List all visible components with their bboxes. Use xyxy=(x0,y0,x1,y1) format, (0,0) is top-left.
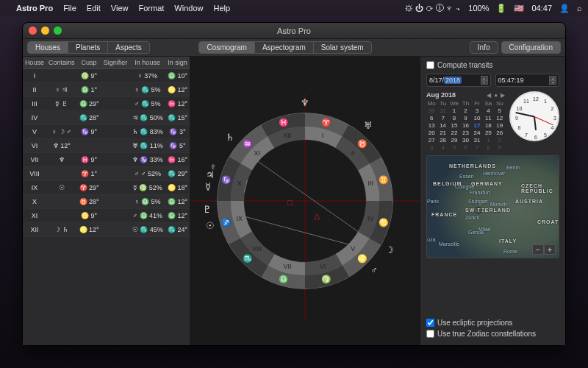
date-stepper[interactable]: ▴▾ xyxy=(481,76,488,85)
menu-format[interactable]: Format xyxy=(138,4,164,13)
calendar-day[interactable]: 1 xyxy=(483,137,493,144)
calendar-day[interactable]: 14 xyxy=(437,122,448,129)
calendar-day[interactable]: 17 xyxy=(472,122,482,129)
date-field[interactable]: 8/17/2018 ▴▾ xyxy=(426,74,491,87)
calendar-day[interactable]: 7 xyxy=(437,115,448,121)
compute-transits-row[interactable]: Compute transits xyxy=(426,61,559,69)
calendar-day[interactable]: 31 xyxy=(437,107,448,114)
table-row[interactable]: VII♆♓ 9°♆ ♑ 33%♓ 16° xyxy=(23,153,190,167)
col-header[interactable]: In sign xyxy=(165,57,190,69)
table-row[interactable]: VI♆ 12°♅ ♏ 11%♑ 5° xyxy=(23,139,190,153)
tab-aspects[interactable]: Aspects xyxy=(108,42,149,53)
calendar-day[interactable]: 30 xyxy=(460,137,470,144)
table-row[interactable]: XII☽ ♄♌ 12°☉ ♏ 45%♏ 24° xyxy=(23,223,190,237)
constellations-row[interactable]: Use true Zodiac constellations xyxy=(426,330,559,338)
calendar[interactable]: Aug 2018 ◀ ● ▶ MoTuWeThFrSaSu30311234567… xyxy=(426,91,505,151)
table-row[interactable]: XI♋ 9°♂ ♎ 41%♎ 12° xyxy=(23,209,190,223)
col-header[interactable]: Contains xyxy=(46,57,77,69)
table-row[interactable]: VIII♈ 1°♂ ♂ 52%♏ 29° xyxy=(23,167,190,181)
maximize-button[interactable] xyxy=(54,26,62,35)
calendar-day[interactable]: 3 xyxy=(426,144,437,151)
calendar-day[interactable]: 6 xyxy=(426,115,437,121)
col-header[interactable]: Cusp xyxy=(77,57,101,69)
calendar-day[interactable]: 2 xyxy=(460,107,470,114)
ecliptic-row[interactable]: Use ecliptic projections xyxy=(426,319,559,327)
calendar-day[interactable]: 12 xyxy=(495,115,505,121)
app-name[interactable]: Astro Pro xyxy=(16,4,53,13)
calendar-day[interactable]: 1 xyxy=(449,107,459,114)
menu-view[interactable]: View xyxy=(111,4,129,13)
calendar-day[interactable]: 18 xyxy=(483,122,493,129)
close-button[interactable] xyxy=(29,26,37,35)
table-row[interactable]: II♀ ♃♎ 1°♀ ♏ 5%♌ 12° xyxy=(23,83,190,97)
tab-configuration[interactable]: Configuration xyxy=(501,41,561,54)
spotlight-icon[interactable]: ⌕ xyxy=(577,4,582,13)
table-row[interactable]: IV♏ 28°♃ ♏ 50%♏ 15° xyxy=(23,111,190,125)
minimize-button[interactable] xyxy=(41,26,49,35)
constellations-checkbox[interactable] xyxy=(426,330,434,338)
calendar-day[interactable]: 6 xyxy=(460,144,470,151)
table-row[interactable]: I♍ 9°♀ 37%♎ 10° xyxy=(23,69,190,83)
col-header[interactable]: In house xyxy=(129,57,165,69)
time-stepper[interactable]: ▴▾ xyxy=(549,76,556,85)
calendar-day[interactable]: 5 xyxy=(449,144,459,151)
calendar-day[interactable]: 29 xyxy=(449,137,459,144)
map-pin[interactable] xyxy=(475,207,482,214)
calendar-day[interactable]: 9 xyxy=(460,115,470,121)
flag-icon[interactable]: 🇺🇸 xyxy=(514,4,524,13)
time-field[interactable]: 05:47:19 ▴▾ xyxy=(495,74,560,87)
window-titlebar[interactable]: Astro Pro xyxy=(23,23,565,39)
calendar-day[interactable]: 31 xyxy=(472,137,482,144)
table-row[interactable]: III☿ ♇♎ 29°♂ ♏ 5%♓ 12° xyxy=(23,97,190,111)
calendar-day[interactable]: 20 xyxy=(426,130,437,136)
calendar-day[interactable]: 5 xyxy=(495,107,505,114)
menu-edit[interactable]: Edit xyxy=(87,4,101,13)
calendar-day[interactable]: 25 xyxy=(483,130,493,136)
tab-planets[interactable]: Planets xyxy=(68,42,108,53)
map-zoom-out[interactable]: − xyxy=(532,244,544,255)
calendar-day[interactable]: 21 xyxy=(437,130,448,136)
calendar-day[interactable]: 13 xyxy=(426,122,437,129)
calendar-day[interactable]: 24 xyxy=(472,130,482,136)
location-map[interactable]: − + NETHERLANDSBELGIUMGERMANYFRANCESWITZ… xyxy=(426,155,559,258)
calendar-day[interactable]: 9 xyxy=(495,144,505,151)
calendar-prev[interactable]: ◀ xyxy=(487,92,491,99)
table-row[interactable]: IX☉♈ 29°☿ ♍ 52%♌ 18° xyxy=(23,181,190,195)
map-zoom-in[interactable]: + xyxy=(544,244,556,255)
calendar-day[interactable]: 30 xyxy=(426,107,437,114)
menu-help[interactable]: Help xyxy=(213,4,230,13)
calendar-day[interactable]: 3 xyxy=(472,107,482,114)
calendar-today[interactable]: ● xyxy=(494,92,498,99)
calendar-day[interactable]: 28 xyxy=(437,137,448,144)
col-header[interactable]: House xyxy=(23,57,46,69)
tab-houses[interactable]: Houses xyxy=(28,42,68,53)
calendar-day[interactable]: 16 xyxy=(460,122,470,129)
table-row[interactable]: X♉ 28°♀ ♎ 5%♎ 12° xyxy=(23,195,190,209)
compute-transits-checkbox[interactable] xyxy=(426,61,434,69)
user-icon[interactable]: 👤 xyxy=(559,4,570,13)
calendar-day[interactable]: 2 xyxy=(495,137,505,144)
calendar-day[interactable]: 4 xyxy=(483,107,493,114)
table-row[interactable]: V♀ ☽ ♂♑ 9°♄ ♏ 83%♑ 3° xyxy=(23,125,190,139)
calendar-day[interactable]: 27 xyxy=(426,137,437,144)
calendar-day[interactable]: 4 xyxy=(437,144,448,151)
col-header[interactable]: Signifier xyxy=(101,57,130,69)
menu-window[interactable]: Window xyxy=(174,4,203,13)
calendar-day[interactable]: 19 xyxy=(495,122,505,129)
menu-file[interactable]: File xyxy=(63,4,76,13)
tab-info[interactable]: Info xyxy=(470,41,498,54)
calendar-day[interactable]: 8 xyxy=(483,144,493,151)
ecliptic-checkbox[interactable] xyxy=(426,319,434,327)
tab-solar-system[interactable]: Solar system xyxy=(314,42,371,53)
calendar-day[interactable]: 11 xyxy=(483,115,493,121)
calendar-day[interactable]: 15 xyxy=(449,122,459,129)
tab-cosmogram[interactable]: Cosmogram xyxy=(199,42,254,53)
calendar-day[interactable]: 10 xyxy=(472,115,482,121)
calendar-next[interactable]: ▶ xyxy=(501,92,505,99)
tab-aspectogram[interactable]: Aspectogram xyxy=(255,42,314,53)
calendar-day[interactable]: 8 xyxy=(449,115,459,121)
calendar-day[interactable]: 7 xyxy=(472,144,482,151)
calendar-day[interactable]: 26 xyxy=(495,130,505,136)
calendar-day[interactable]: 22 xyxy=(449,130,459,136)
calendar-day[interactable]: 23 xyxy=(460,130,470,136)
